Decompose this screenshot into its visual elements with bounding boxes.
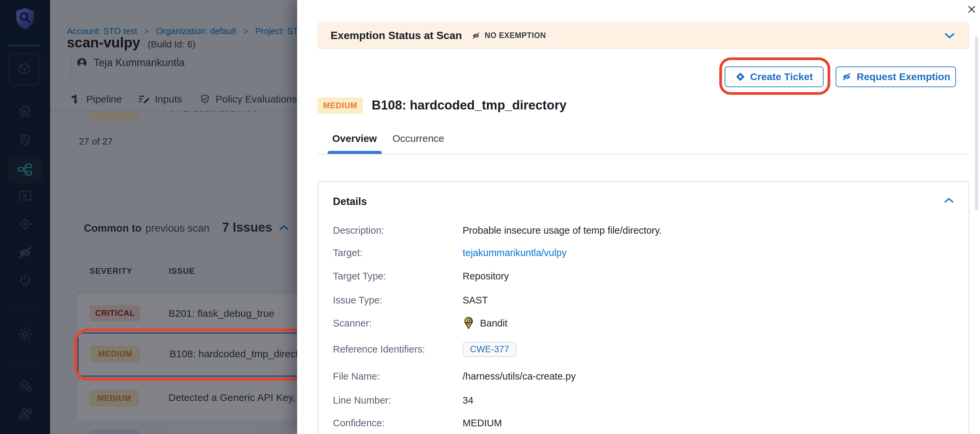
field-value: /harness/utils/ca-create.py [463,371,576,382]
divider [318,154,969,155]
app-root: Account: STO test > Organization: defaul… [0,0,980,434]
field-value: Repository [463,271,509,282]
exemption-status-banner[interactable]: Exemption Status at Scan NO EXEMPTION [318,22,969,49]
tab-occurrence[interactable]: Occurrence [392,133,444,144]
field-label: File Name: [333,371,380,382]
scanner-value: Bandit [463,316,508,330]
annotation-circle-selected-row [74,328,312,380]
request-exemption-label: Request Exemption [857,71,950,82]
exemption-status: NO EXEMPTION [471,31,546,40]
details-heading: Details [333,196,367,207]
scanner-name: Bandit [480,318,508,329]
issue-detail-panel: Exemption Status at Scan NO EXEMPTION [297,0,980,434]
bandit-scanner-icon [463,316,475,330]
detail-row-confidence: Confidence: MEDIUM [333,416,385,430]
chevron-up-icon[interactable] [944,197,954,204]
field-label: Target: [333,247,363,258]
chevron-down-icon[interactable] [944,32,955,40]
detail-row-reference-identifiers: Reference Identifiers: CWE-377 [333,342,425,356]
target-link[interactable]: tejakummarikuntla/vulpy [463,247,566,258]
field-label: Scanner: [333,318,372,329]
issue-title-heading: B108: hardcoded_tmp_directory [372,98,566,112]
detail-row-target: Target: tejakummarikuntla/vulpy [333,246,363,260]
annotation-circle-create-ticket [719,57,830,95]
panel-scrollbar[interactable] [975,37,978,210]
eye-slash-icon [841,71,852,82]
field-label: Target Type: [333,271,386,282]
field-value: SAST [463,295,488,306]
field-value: 34 [463,395,473,406]
detail-row-description: Description: Probable insecure usage of … [333,223,384,238]
request-exemption-button[interactable]: Request Exemption [835,67,956,87]
cwe-chip[interactable]: CWE-377 [463,342,516,357]
tab-overview[interactable]: Overview [332,133,377,144]
detail-row-scanner: Scanner: Bandit [333,316,372,331]
field-value: MEDIUM [463,418,502,429]
severity-badge: MEDIUM [318,98,363,114]
field-label: Confidence: [333,418,385,429]
banner-status-label: NO EXEMPTION [485,31,546,40]
field-label: Reference Identifiers: [333,344,425,355]
field-value: CWE-377 [463,342,516,357]
detail-row-file-name: File Name: /harness/utils/ca-create.py [333,369,380,383]
details-card: Details Description: Probable insecure u… [318,181,969,434]
detail-row-issue-type: Issue Type: SAST [333,293,382,307]
field-label: Line Number: [333,395,391,406]
field-label: Issue Type: [333,295,382,306]
eye-slash-icon [471,31,480,40]
field-label: Description: [333,225,384,236]
detail-row-line-number: Line Number: 34 [333,393,391,408]
detail-row-target-type: Target Type: Repository [333,269,386,284]
banner-title: Exemption Status at Scan [331,29,462,42]
field-value: Probable insecure usage of temp file/dir… [463,225,662,236]
close-icon[interactable] [964,2,979,17]
